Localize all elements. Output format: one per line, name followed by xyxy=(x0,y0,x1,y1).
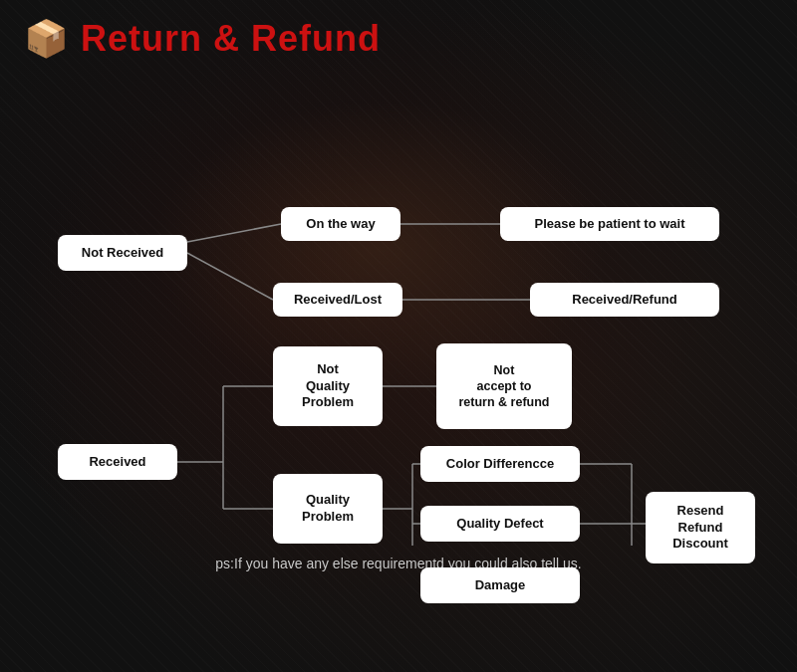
page-title: Return & Refund xyxy=(81,18,381,60)
resend-refund-node: Resend Refund Discount xyxy=(646,492,755,563)
svg-line-1 xyxy=(187,253,273,300)
page-header: 📦 Return & Refund xyxy=(24,18,773,60)
quality-problem-node: Quality Problem xyxy=(273,474,383,544)
svg-line-0 xyxy=(187,224,281,242)
please-patient-node: Please be patient to wait xyxy=(500,207,719,241)
color-diff-node: Color Differencce xyxy=(420,446,580,482)
received-node: Received xyxy=(58,444,177,480)
damage-node: Damage xyxy=(420,567,580,603)
quality-defect-node: Quality Defect xyxy=(420,506,580,542)
flowchart-diagram: Not Received On the way Received/Lost Pl… xyxy=(24,88,781,546)
received-lost-node: Received/Lost xyxy=(273,283,402,317)
received-refund-node: Received/Refund xyxy=(530,283,719,317)
not-accept-node: Not accept to return & refund xyxy=(436,343,572,429)
not-quality-node: Not Quality Problem xyxy=(273,346,383,426)
not-received-node: Not Received xyxy=(58,235,187,271)
on-the-way-node: On the way xyxy=(281,207,400,241)
package-icon: 📦 xyxy=(24,18,69,60)
